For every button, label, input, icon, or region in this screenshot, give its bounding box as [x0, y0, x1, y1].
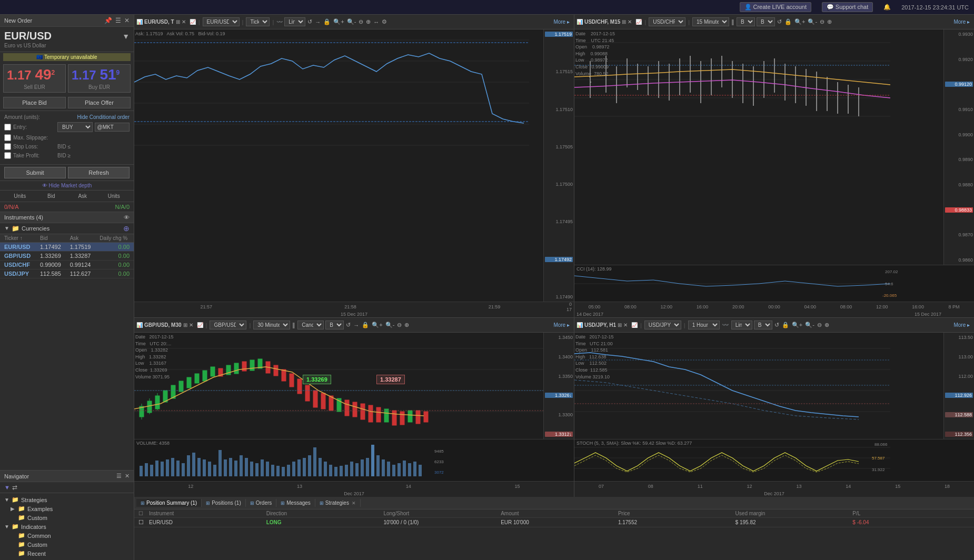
eye-instruments-icon[interactable]: 👁	[124, 214, 130, 221]
usdchf-price-select[interactable]: Bid	[757, 17, 775, 26]
eurusd-chart-type-icon[interactable]: 〰️	[276, 19, 283, 25]
nav-strategies[interactable]: ▼ 📁 Strategies	[0, 495, 134, 504]
submit-button[interactable]: Submit	[4, 167, 66, 178]
entry-type-select[interactable]: BUY	[57, 122, 93, 132]
usdjpy-refresh-icon[interactable]: ↺	[774, 322, 779, 328]
usdchf-lock-icon[interactable]: 🔒	[784, 18, 792, 25]
gbpusd-price-select[interactable]: Bid	[325, 321, 344, 329]
usdchf-zoom-in-icon[interactable]: 🔍+	[794, 18, 805, 25]
sound-icon[interactable]: 🔔	[883, 4, 891, 11]
eurusd-zoom-x-icon[interactable]: ⊖	[359, 18, 363, 25]
tab-messages[interactable]: ⊞ Messages	[276, 499, 315, 507]
refresh-button[interactable]: Refresh	[68, 167, 130, 178]
eurusd-symbol-select[interactable]: EUR/USD	[203, 17, 240, 26]
eurusd-chart-type-select[interactable]: Line	[284, 17, 305, 26]
usdchf-tf-select[interactable]: 15 Minutes	[692, 17, 729, 26]
usdjpy-add-indicator-icon[interactable]: 📈	[631, 322, 638, 328]
usdchf-zoom-x-icon[interactable]: ⊖	[820, 18, 824, 25]
gbpusd-add-indicator-icon[interactable]: 📈	[197, 322, 203, 328]
usdchf-detach-icon[interactable]: ⊞	[622, 19, 626, 25]
instrument-selector[interactable]: EUR/USD ▼	[4, 30, 130, 42]
pin-icon[interactable]: 📌	[104, 17, 112, 24]
buy-price-box[interactable]: 1.17 519 Buy EUR	[68, 64, 131, 93]
sell-price-box[interactable]: 1.17 492 Sell EUR	[3, 64, 66, 93]
entry-value-input[interactable]	[95, 123, 130, 132]
eurusd-close-icon[interactable]: ✕	[182, 19, 186, 25]
swap-icon[interactable]: ⇄	[12, 484, 17, 491]
usdjpy-zoom-x-icon[interactable]: ⊖	[817, 322, 822, 328]
gbpusd-chart-type-select[interactable]: Candle	[297, 321, 324, 329]
market-depth-toggle[interactable]: 👁 Hide Market depth	[0, 181, 134, 191]
eurusd-refresh-icon[interactable]: ↺	[307, 18, 312, 25]
usdjpy-chart-body[interactable]: Date 2017-12-15 Time UTC 21:00 Open 112.…	[574, 333, 974, 439]
nav-custom-strategies[interactable]: 📁 Custom	[0, 513, 134, 522]
th-ticker[interactable]: Ticker ↑	[4, 235, 40, 241]
eurusd-more-button[interactable]: More ▸	[551, 18, 572, 25]
nav-recent[interactable]: 📁 Recent	[0, 549, 134, 558]
usdjpy-more-button[interactable]: More ▸	[951, 322, 972, 328]
usdjpy-chart-type-icon[interactable]: 〰️	[722, 322, 729, 328]
usdchf-close-icon[interactable]: ✕	[628, 19, 632, 25]
usdjpy-zoom-in-icon[interactable]: 🔍+	[792, 322, 802, 328]
eurusd-zoom-y-icon[interactable]: ⊕	[366, 18, 371, 25]
usdchf-symbol-select[interactable]: USD/CHF	[649, 17, 685, 26]
instrument-row-usdjpy[interactable]: USD/JPY 112.585 112.627 0.00	[0, 269, 134, 278]
usdchf-zoom-y-icon[interactable]: ⊕	[827, 18, 832, 25]
gbpusd-zoom-out-icon[interactable]: 🔍-	[385, 322, 395, 328]
strategies-tab-close[interactable]: ✕	[352, 501, 356, 506]
instrument-row-eurusd[interactable]: EUR/USD 1.17492 1.17519 0.00	[0, 243, 134, 252]
usdjpy-chart-type-select[interactable]: Line	[731, 321, 752, 329]
nav-close-icon[interactable]: ✕	[125, 473, 130, 479]
nav-common[interactable]: 📁 Common	[0, 531, 134, 540]
gbpusd-lock-icon[interactable]: 🔒	[362, 322, 369, 328]
eurusd-add-indicator-icon[interactable]: 📈	[190, 19, 196, 25]
usdchf-chart-type-select[interactable]: Bar	[737, 17, 755, 26]
usdchf-add-indicator-icon[interactable]: 📈	[635, 19, 642, 25]
eurusd-zoom-out-icon[interactable]: 🔍-	[347, 18, 356, 25]
gbpusd-scroll-right-icon[interactable]: →	[353, 322, 359, 328]
usdjpy-close-icon[interactable]: ✕	[623, 322, 628, 328]
usdchf-bar-icon[interactable]: ‖	[731, 18, 734, 25]
entry-checkbox[interactable]	[4, 124, 11, 131]
usdjpy-price-select[interactable]: Bid	[754, 321, 772, 329]
eurusd-fit-icon[interactable]: ↔	[373, 19, 379, 25]
usdchf-zoom-out-icon[interactable]: 🔍-	[808, 18, 817, 25]
currencies-arrow[interactable]: ▼	[4, 225, 9, 231]
gbpusd-pause-icon[interactable]: ‖	[292, 322, 295, 328]
tab-positions[interactable]: ⊞ Positions (1)	[202, 499, 246, 507]
gbpusd-zoom-in-icon[interactable]: 🔍+	[372, 322, 382, 328]
eurusd-lock-icon[interactable]: 🔒	[323, 18, 331, 25]
menu-icon[interactable]: ☰	[115, 17, 121, 24]
tab-position-summary[interactable]: ⊞ Position Summary (1)	[136, 499, 202, 507]
gbpusd-chart-body[interactable]: Date 2017-12-15 Time UTC 20:... Open 1.3…	[134, 333, 574, 439]
usdchf-chart-body[interactable]: Date 2017-12-15 Time UTC 21:45 Open 0.98…	[574, 29, 974, 265]
gbpusd-close-icon[interactable]: ✕	[189, 322, 193, 328]
place-bid-button[interactable]: Place Bid	[3, 97, 66, 108]
support-chat-button[interactable]: 💬 Support chat	[822, 2, 873, 12]
eurusd-settings-icon[interactable]: ⚙	[382, 18, 387, 25]
gbpusd-zoom-y-icon[interactable]: ⊕	[404, 322, 409, 328]
usdjpy-zoom-y-icon[interactable]: ⊕	[824, 322, 829, 328]
conditional-toggle[interactable]: Hide Conditional order	[48, 114, 130, 120]
usdjpy-zoom-out-icon[interactable]: 🔍-	[805, 322, 814, 328]
nav-custom-indicators[interactable]: 📁 Custom	[0, 540, 134, 549]
eurusd-zoom-in-icon[interactable]: 🔍+	[333, 18, 344, 25]
nav-examples[interactable]: ▶ 📁 Examples	[0, 504, 134, 513]
tab-strategies[interactable]: ⊞ Strategies ✕	[315, 499, 361, 507]
gbpusd-zoom-x-icon[interactable]: ⊖	[397, 322, 402, 328]
instrument-row-gbpusd[interactable]: GBP/USD 1.33269 1.33287 0.00	[0, 252, 134, 261]
usdjpy-detach-icon[interactable]: ⊞	[618, 322, 622, 328]
eurusd-tf-select[interactable]: Ticks	[246, 17, 270, 26]
instrument-dropdown-icon[interactable]: ▼	[122, 32, 130, 41]
position-checkbox[interactable]: ☐	[138, 519, 149, 526]
tab-orders[interactable]: ⊞ Orders	[246, 499, 277, 507]
gbpusd-tf-select[interactable]: 30 Minutes	[253, 321, 290, 329]
max-slippage-checkbox[interactable]	[4, 134, 11, 141]
nav-indicators[interactable]: ▼ 📁 Indicators	[0, 522, 134, 531]
instrument-row-usdchf[interactable]: USD/CHF 0.99009 0.99124 0.00	[0, 261, 134, 269]
close-icon[interactable]: ✕	[124, 17, 130, 24]
nav-menu-icon[interactable]: ☰	[116, 473, 122, 479]
take-profit-checkbox[interactable]	[4, 152, 11, 159]
usdchf-more-button[interactable]: More ▸	[951, 18, 972, 25]
stop-loss-checkbox[interactable]	[4, 143, 11, 150]
